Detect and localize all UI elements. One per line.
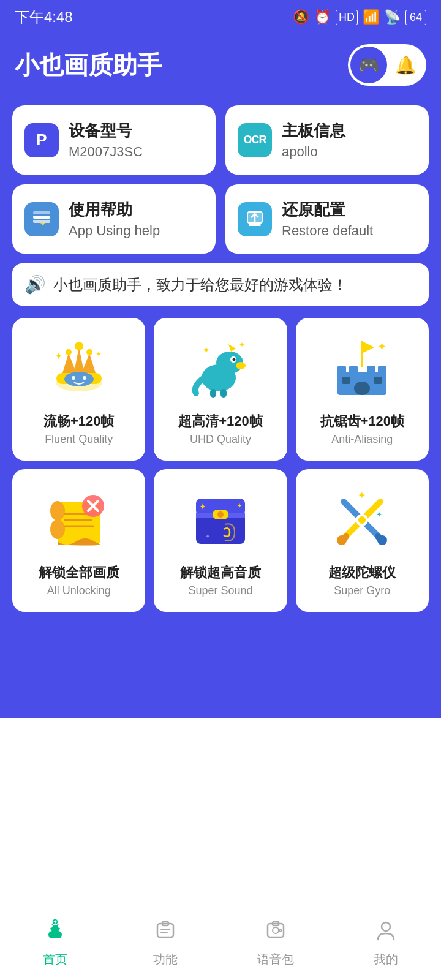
svg-point-60: [337, 535, 347, 545]
svg-point-21: [236, 362, 246, 369]
restore-label: 还原配置: [282, 199, 373, 221]
device-model-card[interactable]: P 设备型号 M2007J3SC: [12, 105, 216, 175]
svg-point-16: [83, 376, 86, 380]
svg-rect-0: [33, 216, 50, 219]
svg-rect-1: [33, 220, 50, 223]
gamepad-button[interactable]: 🎮: [350, 47, 387, 83]
svg-rect-32: [367, 366, 375, 378]
svg-marker-24: [228, 344, 236, 352]
svg-rect-7: [249, 224, 261, 226]
svg-rect-2: [33, 211, 50, 214]
feature-grid: ✦ ✦ 流畅+120帧 Fluent Quality: [12, 318, 429, 612]
uhd-quality-icon: ✦ ✦: [187, 335, 254, 402]
header-action-buttons: 🎮 🔔: [348, 44, 426, 86]
bottom-navigation: 首页 功能 语音包: [0, 911, 441, 980]
board-icon: OCR: [238, 123, 272, 157]
all-unlocking-card[interactable]: 解锁全部画质 All Unlocking: [12, 469, 145, 612]
restore-default-card[interactable]: 还原配置 Restore default: [225, 184, 429, 254]
svg-rect-31: [349, 366, 358, 378]
speaker-icon: 🔊: [24, 274, 46, 295]
svg-rect-35: [342, 377, 350, 384]
app-header: 小也画质助手 🎮 🔔: [0, 34, 441, 105]
board-info-card[interactable]: OCR 主板信息 apollo: [225, 105, 429, 175]
svg-text:✦: ✦: [239, 341, 245, 349]
device-model-value: M2007J3SC: [69, 144, 143, 160]
svg-point-15: [72, 376, 75, 380]
status-icons: 🔕 ⏰ HD 📶 📡 64: [293, 9, 426, 25]
action-cards-row: 使用帮助 App Using help 还原配置 Restore default: [12, 184, 429, 254]
nav-mine[interactable]: 我的: [355, 919, 417, 968]
svg-rect-33: [378, 366, 386, 378]
super-gyro-label-cn: 超级陀螺仪: [328, 564, 396, 582]
battery-icon: 64: [405, 10, 426, 25]
svg-point-65: [358, 516, 366, 524]
mine-icon: [374, 919, 398, 948]
svg-point-12: [66, 349, 72, 355]
svg-point-72: [52, 927, 54, 929]
fluent-quality-card[interactable]: ✦ ✦ 流畅+120帧 Fluent Quality: [12, 318, 145, 461]
svg-text:✦: ✦: [376, 510, 382, 519]
marquee-text: 小也画质助手，致力于给您最好的游戏体验！: [53, 275, 347, 295]
anti-aliasing-icon: ✦: [328, 335, 396, 402]
nav-voicepack-label: 语音包: [257, 951, 294, 968]
app-help-label: 使用帮助: [69, 199, 160, 221]
svg-text:✦: ✦: [237, 502, 242, 509]
svg-text:✦: ✦: [377, 341, 386, 353]
super-sound-label-cn: 解锁超高音质: [180, 564, 261, 582]
notification-button[interactable]: 🔔: [387, 47, 424, 83]
svg-point-54: [217, 511, 224, 518]
nav-home[interactable]: 首页: [24, 919, 86, 968]
fluent-quality-label-cn: 流畅+120帧: [43, 412, 115, 431]
restore-icon: [238, 202, 272, 236]
svg-point-42: [50, 519, 65, 539]
svg-point-23: [232, 358, 235, 361]
svg-rect-71: [48, 931, 62, 938]
svg-point-63: [377, 535, 387, 545]
uhd-quality-label-en: UHD Quality: [190, 433, 251, 446]
svg-text:✦: ✦: [55, 351, 62, 361]
fluent-quality-icon: ✦ ✦: [45, 335, 113, 402]
svg-text:✦: ✦: [358, 490, 366, 500]
svg-rect-25: [210, 389, 216, 398]
all-unlocking-label-en: All Unlocking: [47, 584, 111, 597]
anti-aliasing-label-cn: 抗锯齿+120帧: [320, 412, 405, 431]
svg-text:✦: ✦: [202, 345, 210, 355]
app-help-card[interactable]: 使用帮助 App Using help: [12, 184, 216, 254]
uhd-quality-card[interactable]: ✦ ✦ 超高清+120帧 UHD Quality: [154, 318, 287, 461]
wifi-icon: 📡: [384, 9, 401, 25]
mute-icon: 🔕: [293, 9, 309, 25]
nav-mine-label: 我的: [374, 951, 398, 968]
anti-aliasing-card[interactable]: ✦ 抗锯齿+120帧 Anti-Aliasing: [296, 318, 429, 461]
svg-rect-26: [221, 389, 227, 398]
board-info-value: apollo: [282, 144, 345, 160]
nav-function-label: 功能: [153, 951, 178, 968]
alarm-icon: ⏰: [314, 9, 331, 25]
svg-point-41: [50, 501, 65, 521]
main-content: P 设备型号 M2007J3SC OCR 主板信息 apollo: [0, 105, 441, 718]
svg-point-83: [273, 927, 279, 933]
svg-marker-3: [40, 223, 45, 225]
voicepack-icon: [264, 919, 287, 948]
board-info-label: 主板信息: [282, 120, 345, 141]
all-unlocking-label-cn: 解锁全部画质: [39, 564, 119, 582]
anti-aliasing-label-en: Anti-Aliasing: [331, 433, 393, 446]
signal-icon: 📶: [363, 9, 379, 25]
svg-point-11: [75, 342, 83, 350]
nav-voicepack[interactable]: 语音包: [245, 919, 306, 968]
svg-rect-36: [374, 377, 382, 384]
uhd-quality-label-cn: 超高清+120帧: [178, 412, 263, 431]
svg-text:✦: ✦: [199, 502, 206, 511]
svg-marker-38: [362, 341, 374, 353]
app-title: 小也画质助手: [15, 48, 162, 82]
super-sound-card[interactable]: ✦ ✦ ✦ 解锁超高音质 Super Sound: [154, 469, 287, 612]
marquee-banner: 🔊 小也画质助手，致力于给您最好的游戏体验！: [12, 263, 429, 306]
nav-function[interactable]: 功能: [135, 919, 196, 968]
function-icon: [154, 919, 177, 948]
nav-home-label: 首页: [43, 951, 67, 968]
super-gyro-card[interactable]: ✦ ✦ 超级陀螺仪 Super Gyro: [296, 469, 429, 612]
status-time: 下午4:48: [15, 7, 73, 27]
app-help-sublabel: App Using help: [69, 223, 160, 239]
restore-sublabel: Restore default: [282, 223, 373, 239]
svg-text:✦: ✦: [96, 350, 102, 358]
device-icon: P: [24, 123, 59, 157]
